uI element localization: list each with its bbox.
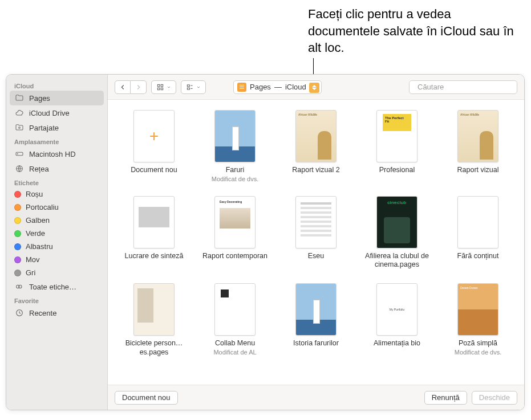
- document-item[interactable]: Lucrare de sinteză: [117, 196, 191, 270]
- globe-icon: [14, 164, 25, 174]
- document-title: Fără conținut: [457, 252, 499, 261]
- document-title: Raport contemporan: [202, 252, 267, 261]
- sidebar-tag-item[interactable]: Galben: [6, 214, 107, 227]
- main-panel: Pages — iCloud +Document nouFaruriModifi…: [108, 75, 524, 410]
- document-title: Collab Menu: [215, 339, 255, 348]
- sidebar-item-label: Rețea: [29, 165, 49, 173]
- location-place-label: iCloud: [285, 83, 306, 91]
- sidebar-item-label: Pages: [29, 94, 50, 103]
- sidebar-section-favorites: Favorite: [6, 294, 107, 305]
- cloud-icon: [14, 108, 25, 118]
- document-title: Eseu: [308, 252, 325, 261]
- toolbar: Pages — iCloud: [108, 75, 524, 100]
- document-thumb: [376, 110, 417, 162]
- document-item[interactable]: Raport vizual 2: [279, 110, 353, 182]
- tag-dot-icon: [14, 204, 21, 211]
- sidebar-item-macintosh-hd[interactable]: Macintosh HD: [6, 146, 107, 161]
- svg-rect-11: [187, 84, 189, 86]
- document-title: Istoria farurilor: [293, 339, 339, 348]
- svg-rect-12: [187, 88, 189, 89]
- document-item[interactable]: Raport contemporan: [198, 196, 272, 270]
- location-popup-button[interactable]: Pages — iCloud: [233, 80, 322, 94]
- sidebar-tag-item[interactable]: Roșu: [6, 187, 107, 201]
- document-subtitle: Modificat de dvs.: [455, 349, 502, 356]
- svg-rect-7: [157, 84, 160, 87]
- document-thumb: [133, 196, 175, 248]
- document-thumb: [376, 196, 417, 248]
- document-item[interactable]: Eseu: [279, 196, 353, 270]
- document-item[interactable]: Raport vizual: [441, 110, 515, 182]
- document-item[interactable]: FaruriModificat de dvs.: [198, 110, 272, 182]
- sidebar-tag-item[interactable]: Mov: [6, 253, 107, 266]
- sidebar-tag-item[interactable]: Portocaliu: [6, 201, 107, 214]
- sidebar-item-network[interactable]: Rețea: [6, 161, 107, 176]
- document-title: Afilierea la clubul de cinema.pages: [360, 252, 434, 270]
- sidebar-tag-item[interactable]: Albastru: [6, 240, 107, 253]
- sidebar-item-label: Gri: [26, 268, 35, 277]
- sidebar-item-label: Galben: [26, 216, 50, 225]
- document-thumb: [295, 283, 337, 336]
- view-mode-button[interactable]: [151, 80, 176, 94]
- svg-rect-10: [161, 88, 163, 90]
- new-document-button[interactable]: Document nou: [115, 391, 178, 405]
- sidebar-item-label: Roșu: [26, 190, 43, 198]
- sidebar-item-icloud-drive[interactable]: iCloud Drive: [6, 105, 107, 120]
- document-item[interactable]: +Document nou: [117, 110, 191, 182]
- back-button[interactable]: [115, 80, 131, 94]
- document-item[interactable]: Afilierea la clubul de cinema.pages: [360, 196, 434, 270]
- document-item[interactable]: Alimentația bio: [360, 283, 434, 357]
- document-title: Poză simplă: [459, 339, 497, 348]
- svg-point-2: [17, 153, 18, 154]
- all-tags-icon: [14, 282, 25, 292]
- sidebar-item-recents[interactable]: Recente: [6, 305, 107, 320]
- document-title: Biciclete person…es.pages: [117, 339, 191, 357]
- document-thumb: [295, 196, 337, 248]
- search-input[interactable]: [417, 83, 513, 91]
- sidebar-item-label: Albastru: [26, 242, 53, 251]
- document-item[interactable]: Biciclete person…es.pages: [117, 283, 191, 357]
- document-item[interactable]: Fără conținut: [441, 196, 515, 270]
- document-item[interactable]: Istoria farurilor: [279, 283, 353, 357]
- document-thumb: [457, 110, 498, 162]
- forward-button[interactable]: [131, 80, 147, 94]
- tag-dot-icon: [14, 270, 21, 276]
- document-subtitle: Modificat de AL: [213, 349, 256, 356]
- open-dialog-window: iCloud Pages iCloud Drive Partajate Ampl…: [6, 74, 525, 410]
- tag-dot-icon: [14, 256, 21, 263]
- group-mode-button[interactable]: [181, 80, 206, 94]
- open-button[interactable]: Deschide: [472, 391, 517, 405]
- document-title: Profesional: [379, 166, 415, 175]
- tag-dot-icon: [14, 191, 21, 198]
- document-item[interactable]: Profesional: [360, 110, 434, 182]
- sidebar-item-pages[interactable]: Pages: [10, 91, 104, 105]
- sidebar-tag-item[interactable]: Gri: [6, 266, 107, 279]
- document-thumb: [214, 196, 256, 248]
- sidebar-tag-item[interactable]: Verde: [6, 227, 107, 240]
- search-field[interactable]: [409, 80, 517, 94]
- document-item[interactable]: Collab MenuModificat de AL: [198, 283, 272, 357]
- svg-rect-8: [161, 84, 163, 87]
- location-separator: —: [274, 83, 282, 91]
- document-subtitle: Modificat de dvs.: [212, 176, 259, 182]
- document-item[interactable]: Poză simplăModificat de dvs.: [441, 283, 515, 357]
- document-title: Alimentația bio: [374, 339, 420, 348]
- sidebar-item-label: Toate etiche…: [29, 283, 76, 291]
- document-thumb: [214, 110, 256, 162]
- sidebar-item-shared[interactable]: Partajate: [6, 120, 107, 135]
- sidebar-item-label: Verde: [26, 229, 45, 238]
- tag-dot-icon: [14, 230, 21, 237]
- tag-dot-icon: [14, 217, 21, 224]
- document-title: Faruri: [226, 166, 245, 175]
- document-title: Raport vizual: [457, 166, 499, 175]
- footer: Document nou Renunță Deschide: [108, 385, 524, 410]
- cancel-button[interactable]: Renunță: [424, 391, 467, 405]
- chevron-up-down-icon: [309, 83, 319, 93]
- sidebar-item-label: Portocaliu: [26, 203, 59, 211]
- tag-dot-icon: [14, 243, 21, 250]
- sidebar-item-label: Partajate: [29, 124, 59, 132]
- sidebar-section-locations: Amplasamente: [6, 135, 107, 146]
- new-document-thumb: +: [133, 110, 175, 162]
- document-thumb: [457, 283, 498, 336]
- svg-point-0: [19, 127, 21, 129]
- sidebar-tag-item[interactable]: Toate etiche…: [6, 279, 107, 294]
